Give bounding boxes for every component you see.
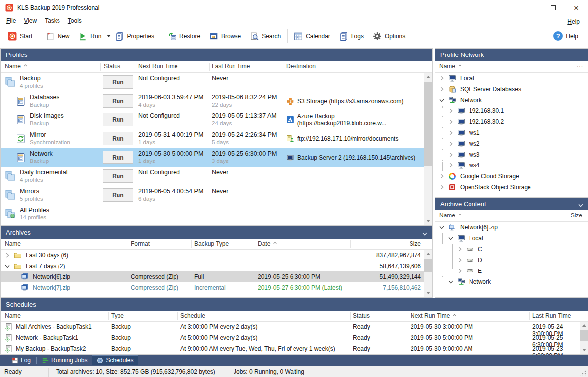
table-row[interactable]: Mail Archives - BackupTask1 Backup At 3:… xyxy=(1,322,580,332)
chevron-right-icon[interactable] xyxy=(456,257,463,264)
profiles-scrollbar[interactable] xyxy=(424,73,432,225)
column-header-type[interactable]: Type xyxy=(111,312,124,319)
tree-item-network[interactable]: Network xyxy=(435,276,588,287)
properties-button[interactable]: Properties xyxy=(111,29,159,43)
logs-button[interactable]: Logs xyxy=(335,29,368,43)
tab-log[interactable]: Log xyxy=(7,355,35,365)
column-header-next-run[interactable]: Next Run Time xyxy=(138,63,177,70)
options-button[interactable]: Options xyxy=(368,29,410,43)
tree-item-zip[interactable]: Network[6].zip xyxy=(435,222,588,233)
tree-item-drive[interactable]: C xyxy=(435,244,588,255)
tree-item-local[interactable]: Local xyxy=(435,233,588,244)
scroll-up-icon[interactable] xyxy=(424,73,432,81)
new-button[interactable]: New xyxy=(41,29,74,43)
browse-button[interactable]: Browse xyxy=(205,29,245,43)
chevron-down-icon[interactable] xyxy=(4,263,11,269)
tree-item-host[interactable]: ws1 xyxy=(435,127,588,138)
column-header-size[interactable]: Size xyxy=(410,240,421,247)
table-row[interactable]: DatabasesBackup Run 2019-06-03 3:59:47 P… xyxy=(1,92,424,110)
scroll-up-icon[interactable] xyxy=(580,322,588,330)
restore-button[interactable]: Restore xyxy=(163,29,205,43)
tree-item-host[interactable]: ws3 xyxy=(435,149,588,160)
table-row-selected[interactable]: Network[6].zip Compressed (Zip) Full 201… xyxy=(1,271,424,282)
column-header-name[interactable]: Name xyxy=(439,212,463,219)
chevron-right-icon[interactable] xyxy=(447,151,454,158)
chevron-right-icon[interactable] xyxy=(447,162,454,169)
search-button[interactable]: Search xyxy=(245,29,285,43)
chevron-right-icon[interactable] xyxy=(4,252,11,259)
scroll-down-icon[interactable] xyxy=(424,217,432,225)
menu-item-tools[interactable]: Tools xyxy=(64,16,86,26)
tree-item-drive[interactable]: E xyxy=(435,266,588,276)
collapse-panel-icon[interactable] xyxy=(577,200,584,207)
run-button[interactable]: Run xyxy=(103,188,133,202)
table-row[interactable]: Last 30 days (6) 837,482,967,874 xyxy=(1,250,424,261)
run-button[interactable]: Run xyxy=(103,113,133,126)
start-button[interactable]: Start xyxy=(3,29,37,43)
maximize-button[interactable] xyxy=(542,0,565,15)
collapse-panel-icon[interactable] xyxy=(421,229,428,236)
tree-item-local[interactable]: Local xyxy=(435,73,588,84)
scroll-down-icon[interactable] xyxy=(580,346,588,354)
table-row[interactable]: My Backup - BackupTask2 Backup At 9:00:0… xyxy=(1,343,580,354)
tree-item-drive[interactable]: D xyxy=(435,255,588,266)
run-button[interactable]: Run xyxy=(103,75,133,89)
tree-item-host[interactable]: ws2 xyxy=(435,138,588,149)
scrollbar-thumb[interactable] xyxy=(580,330,588,341)
chevron-right-icon[interactable] xyxy=(447,129,454,136)
run-button[interactable]: Run xyxy=(103,169,133,183)
run-button[interactable]: Run xyxy=(103,132,133,145)
menu-item-file[interactable]: File xyxy=(2,16,20,26)
column-header-last-run[interactable]: Last Run Time xyxy=(532,312,571,319)
chevron-right-icon[interactable] xyxy=(438,86,445,93)
chevron-right-icon[interactable] xyxy=(447,118,454,125)
chevron-down-icon[interactable] xyxy=(447,235,454,242)
scrollbar-thumb[interactable] xyxy=(424,259,432,272)
chevron-right-icon[interactable] xyxy=(456,246,463,253)
chevron-down-icon[interactable] xyxy=(438,97,445,104)
tab-schedules[interactable]: Schedules xyxy=(92,355,138,365)
schedules-scrollbar[interactable] xyxy=(580,322,588,354)
help-button[interactable]: Help xyxy=(549,29,583,43)
run-toolbar-button[interactable]: Run xyxy=(74,29,106,43)
column-header-name[interactable]: Name xyxy=(5,312,21,319)
column-header-name[interactable]: Name xyxy=(5,63,28,70)
tree-item-openstack[interactable]: OpenStack Object Storage xyxy=(435,182,588,193)
table-row[interactable]: MirrorSynchronization Run 2019-05-31 4:0… xyxy=(1,129,424,148)
table-row-selected[interactable]: NetworkBackup Run 2019-05-30 5:00:00 PM1… xyxy=(1,148,424,167)
minimize-button[interactable] xyxy=(519,0,542,15)
run-button[interactable]: Run xyxy=(103,94,133,108)
table-row[interactable]: Network[7].zip Compressed (Zip) Incremen… xyxy=(1,282,424,293)
tree-item-network[interactable]: Network xyxy=(435,95,588,106)
column-header-format[interactable]: Format xyxy=(131,240,150,247)
menu-item-tasks[interactable]: Tasks xyxy=(41,16,64,26)
table-row[interactable]: Daily Incremental4 profiles Run Not Conf… xyxy=(1,167,424,186)
scrollbar-thumb[interactable] xyxy=(424,82,432,166)
chevron-right-icon[interactable] xyxy=(447,108,454,114)
chevron-right-icon[interactable] xyxy=(456,268,463,274)
column-header-date[interactable]: Date xyxy=(258,240,278,247)
chevron-right-icon[interactable] xyxy=(438,184,445,191)
tree-item-host[interactable]: ws4 xyxy=(435,160,588,171)
archives-scrollbar[interactable] xyxy=(424,250,432,297)
calendar-button[interactable]: Calendar xyxy=(290,29,335,43)
run-button[interactable]: Run xyxy=(103,151,133,164)
chevron-right-icon[interactable] xyxy=(438,173,445,180)
table-row[interactable]: Disk ImagesBackup Run Not Configured 201… xyxy=(1,110,424,129)
column-header-name[interactable]: Name xyxy=(5,240,21,247)
resize-grip[interactable] xyxy=(580,370,586,376)
menu-item-help[interactable]: Help xyxy=(563,17,584,27)
menu-item-view[interactable]: View xyxy=(20,16,41,26)
more-button[interactable]: ... xyxy=(577,62,583,69)
tree-item-sql-databases[interactable]: SQL Server Databases xyxy=(435,84,588,95)
tab-running-jobs[interactable]: Running Jobs xyxy=(38,355,92,365)
chevron-right-icon[interactable] xyxy=(438,75,445,82)
column-header-next-run[interactable]: Next Run Time xyxy=(411,312,457,319)
table-row[interactable]: Backup4 profiles Run Not Configured Neve… xyxy=(1,73,424,92)
tree-item-host[interactable]: 192.168.30.1 xyxy=(435,106,588,116)
scroll-down-icon[interactable] xyxy=(424,289,432,297)
column-header-size[interactable]: Size xyxy=(571,212,582,219)
table-row[interactable]: Last 7 days (2) 58,647,139,606 xyxy=(1,261,424,271)
close-button[interactable] xyxy=(565,0,588,15)
tree-item-google-cloud[interactable]: Google Cloud Storage xyxy=(435,171,588,182)
